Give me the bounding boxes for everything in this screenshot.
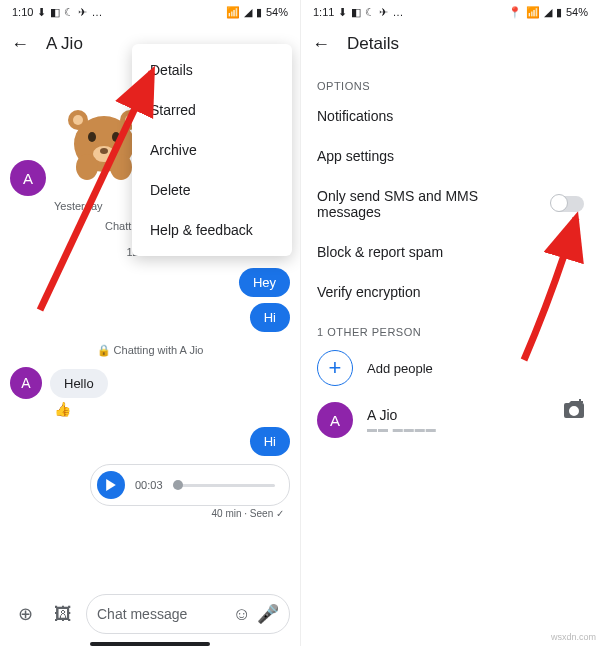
plus-icon: +	[317, 350, 353, 386]
opt-block-spam[interactable]: Block & report spam	[301, 232, 600, 272]
back-icon[interactable]: ←	[311, 34, 331, 54]
status-bar: 1:11⬇◧☾✈… 📍📶◢▮54%	[301, 0, 600, 22]
camera-add-icon[interactable]	[562, 398, 586, 422]
watermark: wsxdn.com	[551, 632, 596, 642]
emoji-icon[interactable]: ☺	[233, 599, 251, 629]
voice-duration: 00:03	[135, 479, 163, 491]
add-people-label: Add people	[367, 361, 433, 376]
msg-hi-1[interactable]: Hi	[250, 303, 290, 332]
chat-title[interactable]: A Jio	[46, 34, 83, 54]
status-battery: 54%	[566, 6, 588, 18]
input-placeholder: Chat message	[97, 606, 227, 622]
person-row[interactable]: A A Jio ▬▬ ▬▬▬▬	[301, 394, 600, 446]
add-icon[interactable]: ⊕	[10, 599, 40, 629]
overflow-menu: Details Starred Archive Delete Help & fe…	[132, 44, 292, 256]
voice-message[interactable]: 00:03	[90, 464, 290, 506]
menu-archive[interactable]: Archive	[132, 130, 292, 170]
status-time: 1:10	[12, 6, 33, 18]
opt-app-settings[interactable]: App settings	[301, 136, 600, 176]
msg-hey[interactable]: Hey	[239, 268, 290, 297]
phone-details: 1:11⬇◧☾✈… 📍📶◢▮54% ← Details OPTIONS Noti…	[300, 0, 600, 646]
message-input[interactable]: Chat message ☺ 🎤	[86, 594, 290, 634]
status-bar: 1:10⬇◧☾✈… 📶◢▮54%	[0, 0, 300, 22]
play-icon[interactable]	[97, 471, 125, 499]
phone-chat: 1:10⬇◧☾✈… 📶◢▮54% ← A Jio Details Starred…	[0, 0, 300, 646]
menu-details[interactable]: Details	[132, 50, 292, 90]
opt-verify-encryption[interactable]: Verify encryption	[301, 272, 600, 312]
voice-track[interactable]	[173, 484, 275, 487]
msg-hello[interactable]: Hello	[50, 369, 108, 398]
mic-icon[interactable]: 🎤	[257, 599, 279, 629]
add-people-button[interactable]: + Add people	[301, 342, 600, 394]
back-icon[interactable]: ←	[10, 34, 30, 54]
person-sub-redacted: ▬▬ ▬▬▬▬	[367, 423, 437, 434]
opt-sms-mms-only[interactable]: Only send SMS and MMS messages	[301, 176, 600, 232]
section-other-person: 1 OTHER PERSON	[301, 312, 600, 342]
toggle-sms-mms[interactable]	[552, 196, 584, 212]
avatar[interactable]: A	[10, 160, 46, 196]
person-name: A Jio	[367, 407, 437, 423]
menu-starred[interactable]: Starred	[132, 90, 292, 130]
section-options: OPTIONS	[301, 66, 600, 96]
menu-delete[interactable]: Delete	[132, 170, 292, 210]
status-battery: 54%	[266, 6, 288, 18]
menu-help[interactable]: Help & feedback	[132, 210, 292, 250]
gallery-icon[interactable]: 🖼	[48, 599, 78, 629]
nav-handle[interactable]	[90, 642, 210, 646]
page-title: Details	[347, 34, 399, 54]
person-avatar: A	[317, 402, 353, 438]
reaction-thumbs-up[interactable]: 👍	[54, 401, 290, 417]
avatar-small[interactable]: A	[10, 367, 42, 399]
lock-chatting-label: 🔒 Chatting with A Jio	[10, 344, 290, 357]
opt-notifications[interactable]: Notifications	[301, 96, 600, 136]
status-time: 1:11	[313, 6, 334, 18]
seen-label: 40 min · Seen ✓	[10, 508, 290, 519]
app-bar: ← Details	[301, 22, 600, 66]
svg-rect-2	[577, 401, 583, 403]
composer: ⊕ 🖼 Chat message ☺ 🎤	[0, 594, 300, 634]
msg-hi-2[interactable]: Hi	[250, 427, 290, 456]
